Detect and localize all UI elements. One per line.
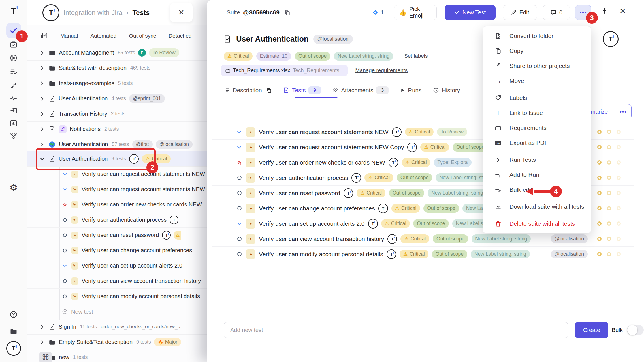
tree-row-folder[interactable]: tests-usage-examples 5 tests [27,76,212,91]
tree-test-title[interactable]: Verify user can order new checks or card… [82,201,202,208]
chevron-right-icon[interactable] [39,340,45,344]
menu-item-requirements[interactable]: Requirements [483,120,591,135]
label-pill[interactable]: New Label string: string [334,52,393,61]
tree-row-label[interactable]: new [59,354,69,361]
menu-item-copy[interactable]: Copy [483,43,591,58]
copy-icon[interactable] [284,9,291,16]
filter-out-of-sync[interactable]: Out of sync [129,33,156,39]
test-title[interactable]: Verify user can modify account personal … [259,251,383,258]
tab-history[interactable]: History [433,87,460,94]
jira-link-count[interactable]: 1 [372,5,384,20]
chevron-right-icon[interactable] [39,51,45,55]
tree-row-label[interactable]: Empty Suite&Test description [59,339,133,345]
test-title[interactable]: Verify user can reset password [259,190,340,197]
tree-row-suite[interactable]: User Authentication 4 tests @sprint_001 [27,91,212,106]
bar-chart-icon[interactable] [10,119,18,127]
bulk-toggle[interactable] [627,325,644,335]
menu-item-export-pdf[interactable]: PDF Export as PDF [483,135,591,150]
folder-icon[interactable] [10,327,18,335]
new-test-button[interactable]: New Test [445,5,496,20]
tree-test-title[interactable]: Verify user can change account preferenc… [82,247,192,254]
chevron-down-icon[interactable] [62,172,68,176]
comments-button[interactable]: 0 [543,5,570,20]
stairs-icon[interactable] [10,81,17,89]
label-pill[interactable]: Critical [224,52,253,61]
tree-test-title[interactable]: Verify user can request account statemen… [82,186,212,193]
chevron-right-icon[interactable] [39,127,45,132]
manage-requirements-link[interactable]: Manage requirements [355,67,408,74]
gear-icon[interactable]: ⚙ [10,183,18,192]
chevron-right-icon[interactable] [39,142,45,147]
breadcrumb-page[interactable]: Tests [132,9,150,17]
new-test-label[interactable]: New test [71,309,93,315]
set-labels-link[interactable]: Set labels [404,53,428,59]
menu-item-link-to-issue[interactable]: + Link to Issue [483,105,591,120]
summarize-more-button[interactable]: ••• [615,104,631,119]
tree-row-folder[interactable]: Suite&Test with description 469 tests [27,61,212,76]
test-title[interactable]: Verify user can view account transaction… [259,236,384,242]
filter-detached[interactable]: Detached [169,33,191,39]
edit-button[interactable]: Edit [503,5,537,20]
menu-item-run-tests[interactable]: Run Tests [483,152,591,167]
label-pill[interactable]: Out of scope [295,52,330,61]
tree-test-row[interactable]: Verify user can set up account alerts 2.… [27,258,212,273]
tab-tests[interactable]: Tests 9 [283,86,321,94]
test-title[interactable]: Verify user can order new checks or card… [259,159,385,166]
label-pill[interactable]: Estimate: 10 [256,52,291,61]
chevron-right-icon[interactable] [39,66,45,70]
tree-row-suite[interactable]: Notifications 2 tests [27,122,212,137]
chevron-down-icon[interactable] [236,130,242,135]
close-icon[interactable]: ✕ [620,7,626,16]
chevron-right-icon[interactable] [39,96,45,101]
project-logo-icon[interactable]: T [42,4,59,21]
tree-row-label[interactable]: Account Management [59,49,114,56]
tree-row-label[interactable]: Suite&Test with description [59,65,127,71]
tree-test-title[interactable]: Verify user authentication process [82,217,167,223]
suite-tag-pill[interactable]: @localisation [313,35,353,44]
chevron-right-icon[interactable] [39,325,45,329]
test-title[interactable]: Verify user can set up account alerts 2.… [259,220,365,227]
tree-row-folder[interactable]: Empty Suite&Test description 0 tests Maj… [27,335,212,350]
tree-test-row[interactable]: Verify user can view account transaction… [27,273,212,289]
create-button[interactable]: Create [575,322,608,338]
tree-test-row[interactable]: Verify user can reset password T ⚠ [27,228,212,243]
filter-automated[interactable]: Automated [90,33,116,39]
menu-item-bulk-edit[interactable]: Bulk edit [483,182,591,197]
tree-test-row[interactable]: Verify user can modify account personal … [27,289,212,304]
close-drawer-tab[interactable]: ✕ [170,3,193,22]
branch-icon[interactable] [10,132,18,140]
test-title[interactable]: Verify user can request account statemen… [259,129,389,135]
pick-emoji-button[interactable]: 👍 Pick Emoji [394,5,437,20]
tree-row-suite[interactable]: Transaction History 2 tests [27,106,212,122]
select-checklist-icon[interactable] [40,32,48,40]
copy-icon[interactable] [266,87,272,93]
tree-row-folder[interactable]: new 1 tests [27,350,212,362]
tree-row-suite[interactable]: Sign In 11 tests order_new_checks_or_car… [27,319,212,335]
tree-test-title[interactable]: Verify user can view account transaction… [82,278,201,284]
menu-item-move[interactable]: → Move [483,73,591,88]
tree-row-label[interactable]: Transaction History [59,111,107,117]
pin-icon[interactable] [601,7,608,14]
tree-test-row[interactable]: Verify user can order new checks or card… [27,197,212,212]
plus-circle-icon[interactable] [62,309,68,314]
test-title[interactable]: Verify user can change account preferenc… [259,205,375,212]
tree-test-title[interactable]: Verify user can request account statemen… [82,171,205,177]
menu-item-convert-to-folder[interactable]: Convert to folder [483,28,591,43]
tree-test-title[interactable]: Verify user can reset password [82,232,159,238]
test-row[interactable]: Verify user can view account transaction… [212,231,634,247]
list-check-icon[interactable] [10,68,18,76]
test-title[interactable]: Verify user authentication process [259,174,348,181]
chevron-right-icon[interactable] [39,81,45,86]
tree-row-label[interactable]: Sign In [59,324,76,330]
play-circle-icon[interactable] [10,54,18,62]
chevron-down-icon[interactable] [62,264,68,268]
tree-test-row[interactable]: Verify user can change account preferenc… [27,243,212,258]
menu-item-share[interactable]: Share to other projects [483,58,591,73]
tab-description[interactable]: Description [224,87,272,94]
pulse-icon[interactable] [10,94,17,102]
tree-new-test[interactable]: New test [27,304,212,319]
help-icon[interactable] [10,311,18,318]
chevron-right-icon[interactable] [39,112,45,116]
breadcrumb-project[interactable]: Integration with Jira [63,9,122,17]
requirement-pill[interactable]: Tech_Requirements.xlsx Tech_Requirements… [221,65,348,76]
